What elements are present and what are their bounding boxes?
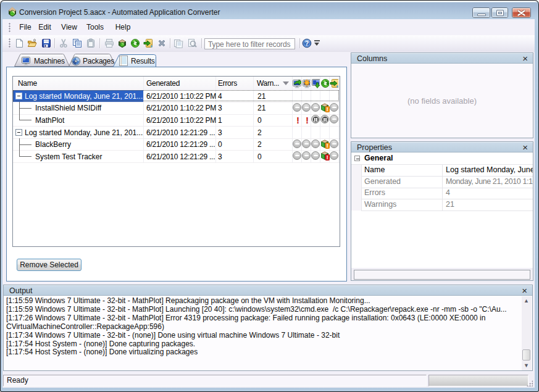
svg-text:!: ! (327, 143, 328, 149)
svg-text:!: ! (327, 106, 328, 112)
svg-text:?: ? (305, 40, 309, 47)
svg-text:!: ! (327, 154, 328, 161)
